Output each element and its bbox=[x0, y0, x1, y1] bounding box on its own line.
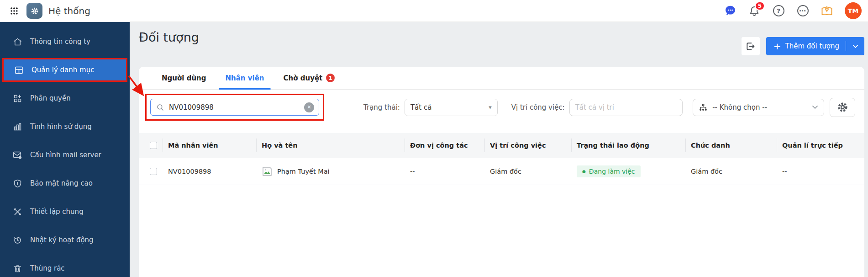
sidebar-item-label: Cấu hình mail server bbox=[30, 151, 101, 159]
sidebar-item-phan-quyen[interactable]: Phân quyền bbox=[0, 84, 130, 112]
cell-full-name: Phạm Tuyết Mai bbox=[256, 166, 405, 176]
plus-icon: + bbox=[773, 41, 781, 52]
clear-search-icon[interactable]: ✕ bbox=[304, 102, 314, 112]
sidebar-item-bao-mat-nang-cao[interactable]: Bảo mật nâng cao bbox=[0, 169, 130, 197]
gear-icon bbox=[836, 101, 849, 113]
column-header: Họ và tên bbox=[256, 142, 405, 149]
export-icon bbox=[745, 41, 756, 52]
search-icon bbox=[156, 103, 164, 112]
sidebar-item-cau-hinh-mail-server[interactable]: Cấu hình mail server bbox=[0, 141, 130, 169]
status-filter-label: Trạng thái: bbox=[363, 103, 400, 112]
chevron-down-icon bbox=[852, 44, 858, 48]
handbook-icon[interactable] bbox=[821, 5, 833, 17]
catalog-icon bbox=[14, 65, 24, 75]
cell-position: Giám đốc bbox=[484, 168, 571, 175]
row-checkbox[interactable] bbox=[150, 168, 157, 175]
tools-icon bbox=[12, 207, 22, 217]
tab-bar: Người dùng Nhân viên Chờ duyệt 1 bbox=[139, 67, 864, 90]
org-chart-icon bbox=[699, 103, 708, 112]
cell-unit: -- bbox=[405, 168, 484, 175]
trash-icon bbox=[12, 263, 22, 273]
sidebar-item-nhat-ky-hoat-dong[interactable]: Nhật ký hoạt động bbox=[0, 226, 130, 254]
pending-count-badge: 1 bbox=[326, 74, 335, 82]
add-object-dropdown-button[interactable] bbox=[846, 37, 864, 55]
broken-image-icon bbox=[262, 166, 273, 176]
sidebar-item-label: Thùng rác bbox=[30, 264, 65, 272]
page-title: Đối tượng bbox=[139, 30, 199, 44]
column-header: Quản lí trực tiếp bbox=[777, 142, 864, 149]
search-input[interactable] bbox=[169, 103, 300, 112]
column-header: Đơn vị công tác bbox=[405, 142, 484, 149]
select-all-checkbox[interactable] bbox=[150, 142, 157, 149]
caret-down-icon: ▾ bbox=[489, 104, 492, 111]
cell-employee-code: NV01009898 bbox=[163, 168, 256, 175]
position-filter-label: Vị trí công việc: bbox=[511, 103, 565, 112]
system-app-gear-icon[interactable] bbox=[26, 3, 42, 19]
add-object-button[interactable]: + Thêm đối tượng bbox=[766, 37, 864, 55]
home-icon bbox=[12, 37, 22, 47]
org-unit-select[interactable]: -- Không chọn -- bbox=[693, 99, 824, 116]
cell-manager: -- bbox=[777, 168, 864, 175]
more-options-icon[interactable]: ⋯ bbox=[796, 5, 809, 17]
app-title: Hệ thống bbox=[48, 5, 90, 16]
sidebar-item-label: Nhật ký hoạt động bbox=[30, 236, 94, 244]
sidebar: Thông tin công ty Quản lý danh mục Phân … bbox=[0, 22, 130, 277]
cell-job-title: Giám đốc bbox=[685, 168, 777, 175]
content-card: Người dùng Nhân viên Chờ duyệt 1 bbox=[139, 67, 864, 277]
column-header: Vị trí công việc bbox=[484, 142, 571, 149]
export-button[interactable] bbox=[742, 37, 760, 55]
sidebar-item-label: Thiết lập chung bbox=[30, 208, 84, 216]
sidebar-item-tinh-hinh-su-dung[interactable]: Tình hình sử dụng bbox=[0, 112, 130, 141]
sidebar-item-label: Phân quyền bbox=[30, 94, 71, 102]
permission-icon bbox=[12, 93, 22, 103]
search-annotation-box: ✕ bbox=[145, 94, 324, 121]
chat-icon[interactable] bbox=[724, 5, 736, 17]
status-badge: ● Đang làm việc bbox=[577, 165, 641, 177]
table-row[interactable]: NV01009898 Phạm Tuyết Mai -- Giám đốc bbox=[139, 158, 864, 185]
user-avatar[interactable]: TM bbox=[845, 2, 862, 19]
sidebar-item-label: Tình hình sử dụng bbox=[30, 123, 92, 131]
sidebar-item-label: Thông tin công ty bbox=[30, 37, 90, 46]
help-icon[interactable]: ? bbox=[772, 5, 785, 17]
mail-settings-icon bbox=[12, 150, 22, 160]
sidebar-item-quan-ly-danh-muc[interactable]: Quản lý danh mục bbox=[2, 58, 127, 82]
tab-nguoi-dung[interactable]: Người dùng bbox=[162, 67, 206, 89]
app-launcher-grid-icon[interactable] bbox=[7, 4, 21, 18]
sidebar-item-thung-rac[interactable]: Thùng rác bbox=[0, 254, 130, 277]
status-dot-icon: ● bbox=[582, 169, 586, 174]
sidebar-item-label: Quản lý danh mục bbox=[32, 66, 94, 74]
filter-toolbar: ✕ Trạng thái: Tất cả ▾ Vị trí công việc:… bbox=[139, 90, 864, 127]
employee-table: Mã nhân viên Họ và tên Đơn vị công tác V… bbox=[139, 133, 864, 185]
column-header: Trạng thái lao động bbox=[571, 142, 685, 149]
tab-cho-duyet[interactable]: Chờ duyệt 1 bbox=[284, 67, 335, 89]
topbar: Hệ thống 5 ? ⋯ TM bbox=[0, 0, 868, 22]
sidebar-item-label: Bảo mật nâng cao bbox=[30, 179, 93, 187]
tab-nhan-vien[interactable]: Nhân viên bbox=[225, 67, 264, 89]
usage-chart-icon bbox=[12, 122, 22, 132]
history-icon bbox=[12, 235, 22, 245]
column-header: Chức danh bbox=[685, 142, 777, 149]
sidebar-item-thong-tin-cong-ty[interactable]: Thông tin công ty bbox=[0, 27, 130, 56]
cell-status: ● Đang làm việc bbox=[571, 165, 685, 177]
shield-icon bbox=[12, 178, 22, 188]
table-header-row: Mã nhân viên Họ và tên Đơn vị công tác V… bbox=[139, 133, 864, 158]
notification-count-badge: 5 bbox=[755, 1, 765, 11]
search-field: ✕ bbox=[150, 99, 319, 116]
status-filter-select[interactable]: Tất cả ▾ bbox=[405, 99, 498, 116]
position-filter-input[interactable] bbox=[569, 99, 683, 116]
chevron-down-icon bbox=[812, 105, 818, 109]
sidebar-item-thiet-lap-chung[interactable]: Thiết lập chung bbox=[0, 197, 130, 226]
notification-bell-icon[interactable]: 5 bbox=[748, 5, 761, 17]
table-settings-button[interactable] bbox=[830, 98, 855, 117]
column-header: Mã nhân viên bbox=[163, 142, 256, 149]
main-content: Đối tượng + Thêm đối tượng N bbox=[130, 22, 868, 277]
